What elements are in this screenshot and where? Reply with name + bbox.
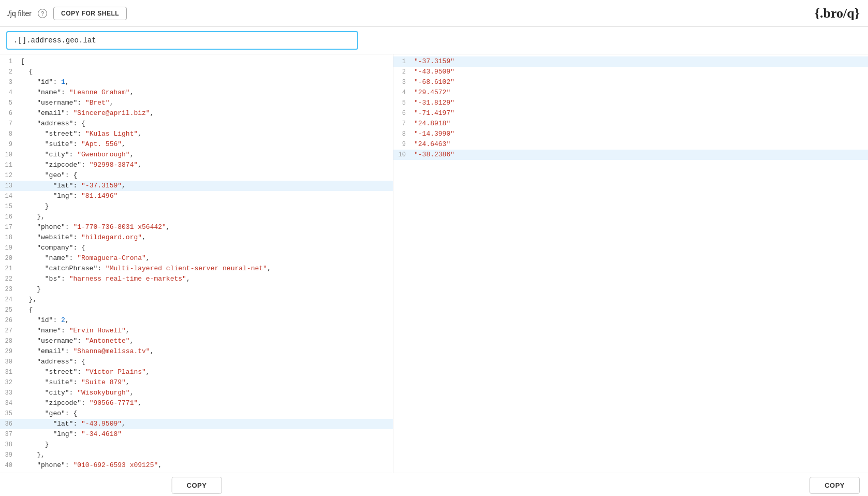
line-number: 2 — [0, 67, 21, 77]
line-content: "username": "Antonette", — [21, 336, 134, 346]
table-row: 4 "name": "Leanne Graham", — [0, 87, 393, 98]
table-row: 38 } — [0, 440, 393, 450]
line-number: 9 — [393, 139, 414, 150]
left-code-block: 1[2 {3 "id": 1,4 "name": "Leanne Graham"… — [0, 54, 393, 473]
line-content: "city": "Gwenborough", — [21, 150, 134, 160]
table-row: 33 "city": "Wisokyburgh", — [0, 388, 393, 398]
line-number: 36 — [0, 419, 21, 429]
line-value: "-31.8129" — [414, 98, 454, 108]
line-value: "-14.3990" — [414, 129, 454, 139]
line-value: "-43.9509" — [414, 67, 454, 77]
table-row: 3 "id": 1, — [0, 77, 393, 87]
table-row: 5"-31.8129" — [393, 98, 868, 108]
bro-logo: {.bro/q} — [815, 6, 860, 21]
line-number: 14 — [0, 191, 21, 201]
line-content: "street": "Kulas Light", — [21, 129, 142, 139]
right-code-block: 1"-37.3159"2"-43.9509"3"-68.6102"4"29.45… — [393, 54, 868, 162]
line-content: "name": "Romaguera-Crona", — [21, 253, 150, 264]
table-row: 22 "bs": "harness real-time e-markets", — [0, 274, 393, 284]
table-row: 7"24.8918" — [393, 119, 868, 129]
line-number: 24 — [0, 295, 21, 305]
line-number: 19 — [0, 243, 21, 253]
copy-right-button[interactable]: COPY — [810, 477, 860, 494]
table-row: 2 { — [0, 67, 393, 77]
line-value: "-68.6102" — [414, 77, 454, 87]
line-number: 40 — [0, 460, 21, 471]
table-row: 31 "street": "Victor Plains", — [0, 367, 393, 377]
table-row: 35 "geo": { — [0, 409, 393, 419]
copy-left-button[interactable]: COPY — [172, 477, 222, 494]
table-row: 17 "phone": "1-770-736-8031 x56442", — [0, 222, 393, 232]
table-row: 34 "zipcode": "90566-7771", — [0, 398, 393, 409]
line-number: 30 — [0, 357, 21, 367]
line-number: 21 — [0, 264, 21, 274]
line-content: "name": "Leanne Graham", — [21, 87, 134, 98]
line-content: "lat": "-37.3159", — [21, 181, 126, 191]
jq-filter-label: ./jq filter — [6, 9, 32, 18]
table-row: 27 "name": "Ervin Howell", — [0, 326, 393, 336]
line-value: "29.4572" — [414, 87, 450, 98]
table-row: 40 "phone": "010-692-6593 x09125", — [0, 460, 393, 471]
line-number: 1 — [393, 56, 414, 67]
line-value: "-71.4197" — [414, 108, 454, 119]
line-content: "lat": "-43.9509", — [21, 419, 126, 429]
table-row: 25 { — [0, 305, 393, 315]
table-row: 10 "city": "Gwenborough", — [0, 150, 393, 160]
line-content: "suite": "Suite 879", — [21, 377, 130, 388]
table-row: 6 "email": "Sincere@april.biz", — [0, 108, 393, 119]
line-content: "id": 1, — [21, 77, 69, 87]
line-number: 31 — [0, 367, 21, 377]
table-row: 12 "geo": { — [0, 170, 393, 181]
line-content: "lng": "81.1496" — [21, 191, 117, 201]
line-number: 4 — [0, 87, 21, 98]
line-content: "email": "Sincere@april.biz", — [21, 108, 154, 119]
line-number: 22 — [0, 274, 21, 284]
line-number: 10 — [393, 150, 414, 160]
line-number: 32 — [0, 377, 21, 388]
line-number: 8 — [0, 129, 21, 139]
copy-for-shell-button[interactable]: COPY FOR SHELL — [53, 7, 127, 20]
line-content: "suite": "Apt. 556", — [21, 139, 126, 150]
filter-input[interactable] — [6, 31, 358, 50]
line-number: 1 — [0, 56, 21, 67]
line-number: 3 — [0, 77, 21, 87]
table-row: 9 "suite": "Apt. 556", — [0, 139, 393, 150]
line-content: }, — [21, 295, 37, 305]
line-content: } — [21, 284, 41, 295]
table-row: 8"-14.3990" — [393, 129, 868, 139]
table-row: 1[ — [0, 56, 393, 67]
table-row: 23 } — [0, 284, 393, 295]
table-row: 20 "name": "Romaguera-Crona", — [0, 253, 393, 264]
line-number: 35 — [0, 409, 21, 419]
table-row: 8 "street": "Kulas Light", — [0, 129, 393, 139]
table-row: 5 "username": "Bret", — [0, 98, 393, 108]
table-row: 7 "address": { — [0, 119, 393, 129]
line-number: 15 — [0, 201, 21, 212]
line-number: 7 — [0, 119, 21, 129]
line-number: 5 — [0, 98, 21, 108]
line-value: "24.8918" — [414, 119, 450, 129]
table-row: 9"24.6463" — [393, 139, 868, 150]
line-number: 3 — [393, 77, 414, 87]
help-icon[interactable]: ? — [38, 9, 47, 18]
right-panel[interactable]: 1"-37.3159"2"-43.9509"3"-68.6102"4"29.45… — [393, 54, 868, 473]
line-content: "bs": "harness real-time e-markets", — [21, 274, 190, 284]
filter-row — [0, 27, 868, 54]
line-content: "website": "hildegard.org", — [21, 232, 146, 243]
line-content: "name": "Ervin Howell", — [21, 326, 130, 336]
left-panel[interactable]: 1[2 {3 "id": 1,4 "name": "Leanne Graham"… — [0, 54, 393, 473]
table-row: 26 "id": 2, — [0, 315, 393, 326]
line-number: 6 — [0, 108, 21, 119]
line-number: 11 — [0, 160, 21, 170]
table-row: 1"-37.3159" — [393, 56, 868, 67]
line-content: "zipcode": "92998-3874", — [21, 160, 142, 170]
table-row: 29 "email": "Shanna@melissa.tv", — [0, 346, 393, 357]
line-number: 33 — [0, 388, 21, 398]
line-number: 13 — [0, 181, 21, 191]
table-row: 4"29.4572" — [393, 87, 868, 98]
line-number: 29 — [0, 346, 21, 357]
line-number: 12 — [0, 170, 21, 181]
line-content: "geo": { — [21, 409, 77, 419]
table-row: 15 } — [0, 201, 393, 212]
line-number: 18 — [0, 232, 21, 243]
